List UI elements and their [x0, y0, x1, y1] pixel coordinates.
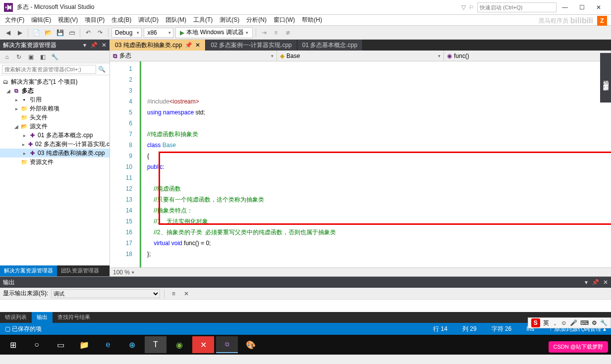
close-icon[interactable]: ✕	[102, 42, 107, 49]
clear-icon[interactable]: ✕	[181, 289, 191, 299]
app-icon-1[interactable]: ⊕	[121, 336, 143, 353]
visual-studio-icon[interactable]: ⧉	[216, 336, 238, 353]
notify-icon[interactable]: ▽	[461, 4, 466, 11]
ime-tool-icon[interactable]: 🔧	[600, 319, 608, 326]
save-button[interactable]: 💾	[55, 28, 65, 38]
error-list-tab[interactable]: 错误列表	[0, 312, 32, 323]
nav-func[interactable]: ◉func()	[444, 51, 611, 61]
app-icon-2[interactable]: T	[145, 336, 167, 353]
source-file-2[interactable]: ▸✚03 纯虚函数和抽象类.cpp	[0, 149, 110, 157]
properties-icon[interactable]: 🔧	[50, 52, 59, 62]
ime-bar[interactable]: S 英 ， ☺ 🎤 ⌨ ⚙ 🔧	[528, 317, 611, 328]
ime-mic-icon[interactable]: 🎤	[570, 319, 577, 326]
save-all-button[interactable]: 🗃	[67, 28, 77, 38]
start-button[interactable]: ⊞	[2, 336, 24, 353]
config-combo[interactable]: Debug	[111, 28, 142, 38]
source-file-1[interactable]: ▸✚02 多态案例一-计算器实现.c	[0, 140, 110, 149]
ime-lang[interactable]: 英	[543, 319, 549, 327]
menu-debug[interactable]: 调试(D)	[135, 15, 162, 25]
code-content[interactable]: #include<iostream>using namespace std;//…	[140, 61, 611, 267]
menu-file[interactable]: 文件(F)	[2, 15, 27, 25]
nav-back-button[interactable]: ◀	[3, 28, 13, 38]
edge-icon[interactable]: e	[97, 336, 119, 353]
taskview-icon[interactable]: ▭	[50, 336, 71, 353]
show-all-icon[interactable]: ◧	[38, 52, 48, 62]
output-panel: 输出 ▾📌✕ 显示输出来源(S): 调试 ≡ ✕	[0, 276, 611, 312]
nav-class[interactable]: ◆Base	[277, 51, 444, 61]
ime-punct-icon[interactable]: ，	[552, 319, 558, 327]
menu-tools[interactable]: 工具(T)	[190, 15, 216, 25]
menu-build[interactable]: 生成(B)	[109, 15, 134, 25]
headers-node[interactable]: 📁头文件	[0, 113, 110, 122]
find-symbol-tab[interactable]: 查找符号结果	[53, 312, 95, 323]
refresh-icon[interactable]: ↻	[14, 52, 24, 62]
run-button[interactable]: ▶本地 Windows 调试器▾	[175, 27, 252, 38]
project-node[interactable]: ◢⧉多态	[0, 86, 110, 95]
app-icon-4[interactable]: ✕	[192, 336, 214, 353]
external-node[interactable]: ▸📁外部依赖项	[0, 104, 110, 113]
new-button[interactable]: 📄	[31, 28, 41, 38]
ime-keyboard-icon[interactable]: ⌨	[580, 319, 589, 326]
doc-tab-1[interactable]: 02 多态案例一-计算器实现.cpp	[206, 40, 297, 51]
sogou-icon[interactable]: S	[531, 318, 540, 327]
solution-node[interactable]: 🗂解决方案"多态"(1 个项目)	[0, 77, 110, 86]
close-icon[interactable]: ✕	[195, 42, 200, 49]
close-button[interactable]: ✕	[590, 2, 607, 13]
collapse-icon[interactable]: ▣	[26, 52, 36, 62]
source-file-0[interactable]: ▸✚01 多态基本概念.cpp	[0, 131, 110, 140]
refs-node[interactable]: ▸▪引用	[0, 95, 110, 104]
minimize-button[interactable]: —	[556, 2, 573, 13]
right-panel-strip[interactable]: 通知诊断工具	[600, 53, 611, 103]
comment-button[interactable]: ≡	[271, 28, 281, 38]
zoom-level[interactable]: 100 %▾	[110, 267, 611, 276]
ime-smiley-icon[interactable]: ☺	[561, 319, 567, 326]
menu-view[interactable]: 视图(V)	[55, 15, 81, 25]
output-tab[interactable]: 输出	[32, 312, 53, 323]
step-icon[interactable]: ⇥	[259, 28, 269, 38]
solution-tree[interactable]: 🗂解决方案"多态"(1 个项目) ◢⧉多态 ▸▪引用 ▸📁外部依赖项 📁头文件 …	[0, 75, 110, 265]
dropdown-icon[interactable]: ▾	[585, 279, 588, 286]
pin-icon[interactable]: 📌	[185, 42, 192, 49]
dropdown-icon[interactable]: ▾	[83, 42, 86, 49]
z-badge: Z	[597, 16, 607, 26]
menu-edit[interactable]: 编辑(E)	[28, 15, 54, 25]
menu-project[interactable]: 项目(P)	[82, 15, 108, 25]
uncomment-button[interactable]: ≢	[283, 28, 293, 38]
resources-node[interactable]: 📁资源文件	[0, 157, 110, 166]
menu-test[interactable]: 测试(S)	[217, 15, 242, 25]
output-source-select[interactable]: 调试	[51, 289, 160, 298]
redo-button[interactable]: ↷	[95, 28, 105, 38]
feedback-icon[interactable]: ⚐	[469, 4, 474, 11]
close-icon[interactable]: ✕	[603, 279, 608, 286]
sources-node[interactable]: ◢📂源文件	[0, 122, 110, 131]
file-explorer-icon[interactable]: 📁	[73, 336, 95, 353]
undo-button[interactable]: ↶	[83, 28, 93, 38]
ime-settings-icon[interactable]: ⚙	[592, 319, 597, 326]
doc-tab-0[interactable]: 03 纯虚函数和抽象类.cpp📌✕	[110, 40, 206, 51]
maximize-button[interactable]: ☐	[573, 2, 590, 13]
doc-tab-2[interactable]: 01 多态基本概念.cpp	[297, 40, 363, 51]
menu-analyze[interactable]: 分析(N)	[243, 15, 270, 25]
pin-icon[interactable]: 📌	[592, 279, 599, 286]
menu-help[interactable]: 帮助(H)	[299, 15, 325, 25]
goto-icon[interactable]: ≡	[168, 289, 178, 299]
nav-fwd-button[interactable]: ▶	[15, 28, 25, 38]
solexp-tab[interactable]: 解决方案资源管理器	[0, 265, 57, 276]
menu-window[interactable]: 窗口(W)	[271, 15, 298, 25]
platform-combo[interactable]: x86	[144, 28, 173, 38]
quick-launch-input[interactable]	[477, 2, 556, 12]
pin-icon[interactable]: 📌	[90, 42, 98, 49]
team-explorer-tab[interactable]: 团队资源管理器	[57, 265, 103, 276]
open-button[interactable]: 📂	[43, 28, 53, 38]
search-icon[interactable]: 🔍	[96, 66, 108, 73]
menu-team[interactable]: 团队(M)	[163, 15, 189, 25]
nav-scope[interactable]: ⧉多态	[110, 51, 277, 61]
app-icon-3[interactable]: ◉	[168, 336, 190, 353]
csdn-widget[interactable]: CSDN @站下载梦野	[549, 341, 608, 353]
code-editor[interactable]: 123456789101112131415161718 #include<ios…	[110, 61, 611, 267]
home-icon[interactable]: ⌂	[2, 52, 12, 62]
cortana-icon[interactable]: ○	[26, 336, 48, 353]
paint-icon[interactable]: 🎨	[240, 336, 262, 353]
solexp-search-input[interactable]	[2, 65, 96, 74]
output-body[interactable]	[0, 300, 611, 312]
